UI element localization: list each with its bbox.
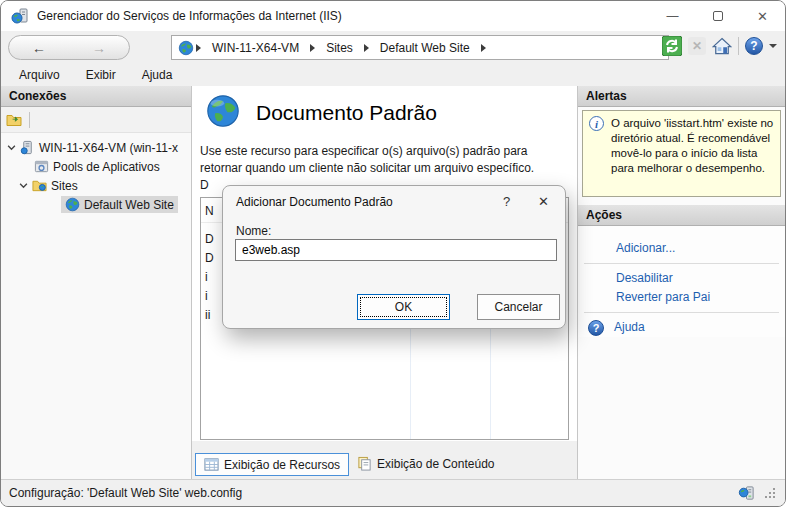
status-text: Configuração: 'Default Web Site' web.con…	[9, 486, 242, 500]
chevron-expanded-icon[interactable]	[19, 181, 28, 190]
stop-icon: ✕	[692, 39, 702, 53]
tab-label: Exibição de Conteúdo	[377, 457, 494, 471]
menu-exibir[interactable]: Exibir	[73, 65, 129, 85]
address-bar: ← → WIN-11-X64-VM Sites Default Web Site	[1, 31, 785, 63]
dialog-help-button[interactable]: ?	[503, 194, 510, 209]
close-button[interactable]: ✕	[740, 1, 785, 31]
sites-folder-icon	[32, 178, 47, 193]
actions-divider	[584, 312, 779, 313]
tree-item-label: Default Web Site	[84, 198, 174, 212]
page-title: Documento Padrão	[256, 101, 437, 125]
name-label: Nome:	[236, 224, 271, 238]
cancel-button[interactable]: Cancelar	[477, 294, 560, 320]
alert-text: O arquivo 'iisstart.htm' existe no diret…	[611, 116, 774, 191]
menu-bar: Arquivo Exibir Ajuda	[1, 63, 785, 86]
resize-grip[interactable]	[763, 486, 777, 500]
home-button[interactable]	[712, 36, 732, 56]
help-dropdown-icon[interactable]	[769, 44, 777, 48]
toolbar-separator	[738, 37, 739, 55]
iis-manager-window: Gerenciador do Serviços de Informações d…	[0, 0, 786, 507]
alert-message-box: i O arquivo 'iisstart.htm' existe no dir…	[582, 110, 781, 197]
refresh-button[interactable]	[662, 36, 682, 56]
forward-icon: →	[92, 40, 106, 56]
breadcrumb-separator-icon	[310, 44, 315, 52]
breadcrumb-separator-icon	[196, 44, 201, 52]
cancel-label: Cancelar	[494, 300, 542, 314]
forward-button[interactable]: →	[69, 36, 129, 59]
minimize-icon: —	[667, 9, 679, 23]
help-icon: ?	[588, 320, 604, 336]
connections-toolbar	[1, 107, 191, 133]
description-line: Use este recurso para especificar o(s) a…	[200, 143, 570, 160]
tree-item-sites[interactable]: Sites	[1, 176, 191, 195]
connections-tree: WIN-11-X64-VM (win-11-x Pools de Aplicat…	[1, 133, 191, 214]
connections-header: Conexões	[1, 86, 191, 107]
action-ajuda[interactable]: Ajuda	[614, 318, 645, 337]
maximize-button[interactable]	[695, 1, 740, 31]
connections-panel: Conexões WIN-11-X64-VM (win-11-x	[1, 86, 191, 479]
alerts-header: Alertas	[578, 86, 785, 107]
action-reverter-para-pai[interactable]: Reverter para Pai	[616, 288, 785, 307]
add-default-document-dialog: Adicionar Documento Padrão ? ✕ Nome: OK …	[222, 185, 566, 329]
toolbar-separator	[29, 112, 30, 128]
back-icon: ←	[32, 40, 46, 56]
breadcrumb-separator-icon	[364, 44, 369, 52]
close-icon: ✕	[757, 9, 768, 24]
tree-item-label: WIN-11-X64-VM (win-11-x	[39, 141, 178, 155]
tree-selection: Default Web Site	[61, 196, 178, 213]
globe-icon	[205, 93, 241, 129]
info-icon: i	[589, 116, 604, 131]
help-glyph: ?	[593, 322, 600, 334]
tree-item-app-pools[interactable]: Pools de Aplicativos	[1, 157, 191, 176]
globe-icon	[65, 197, 80, 212]
status-bar: Configuração: 'Default Web Site' web.con…	[1, 479, 785, 506]
tab-content-view[interactable]: Exibição de Conteúdo	[349, 453, 502, 474]
content-view-icon	[357, 456, 372, 471]
dialog-title: Adicionar Documento Padrão	[236, 195, 393, 209]
maximize-icon	[713, 11, 723, 21]
save-connection-icon[interactable]	[6, 112, 22, 128]
tree-item-default-web-site[interactable]: Default Web Site	[1, 195, 191, 214]
help-icon: ?	[750, 39, 757, 53]
title-bar: Gerenciador do Serviços de Informações d…	[1, 1, 785, 31]
view-tabs: Exibição de Recursos Exibição de Conteúd…	[192, 441, 577, 481]
right-panel: Alertas i O arquivo 'iisstart.htm' exist…	[578, 86, 785, 479]
application-pools-icon	[34, 159, 49, 174]
server-status-icon	[738, 485, 755, 502]
actions-header: Ações	[578, 205, 785, 226]
tab-label: Exibição de Recursos	[224, 458, 340, 472]
minimize-button[interactable]: —	[650, 1, 695, 31]
chevron-expanded-icon[interactable]	[7, 143, 16, 152]
features-view-icon	[204, 457, 219, 472]
breadcrumb-server[interactable]: WIN-11-X64-VM	[203, 41, 308, 55]
actions-divider	[584, 263, 779, 264]
menu-arquivo[interactable]: Arquivo	[6, 65, 73, 85]
ok-label: OK	[395, 300, 412, 314]
tree-item-label: Sites	[51, 179, 78, 193]
dialog-close-button[interactable]: ✕	[538, 194, 549, 209]
name-input[interactable]	[235, 239, 557, 261]
action-desabilitar[interactable]: Desabilitar	[616, 269, 785, 288]
menu-ajuda[interactable]: Ajuda	[129, 65, 186, 85]
back-button[interactable]: ←	[9, 36, 69, 59]
description-line: retornar quando um cliente não solicitar…	[200, 160, 570, 177]
navigation-buttons: ← →	[8, 35, 130, 60]
action-adicionar[interactable]: Adicionar...	[616, 239, 785, 258]
tree-item-server[interactable]: WIN-11-X64-VM (win-11-x	[1, 138, 191, 157]
breadcrumb-default-web-site[interactable]: Default Web Site	[371, 41, 479, 55]
window-title: Gerenciador do Serviços de Informações d…	[37, 9, 342, 23]
breadcrumb-sites[interactable]: Sites	[317, 41, 362, 55]
breadcrumb-separator-icon	[481, 44, 486, 52]
iis-app-icon	[11, 7, 29, 25]
close-icon: ✕	[538, 194, 549, 209]
actions-pane: Adicionar... Desabilitar Reverter para P…	[578, 226, 785, 337]
stop-button[interactable]: ✕	[688, 37, 706, 55]
tree-item-label: Pools de Aplicativos	[53, 160, 160, 174]
ok-button[interactable]: OK	[357, 294, 450, 320]
help-button[interactable]: ?	[745, 37, 763, 55]
tab-features-view[interactable]: Exibição de Recursos	[195, 453, 349, 476]
globe-icon	[178, 40, 194, 56]
info-glyph: i	[595, 118, 598, 130]
server-icon	[20, 140, 35, 155]
question-icon: ?	[503, 194, 510, 209]
